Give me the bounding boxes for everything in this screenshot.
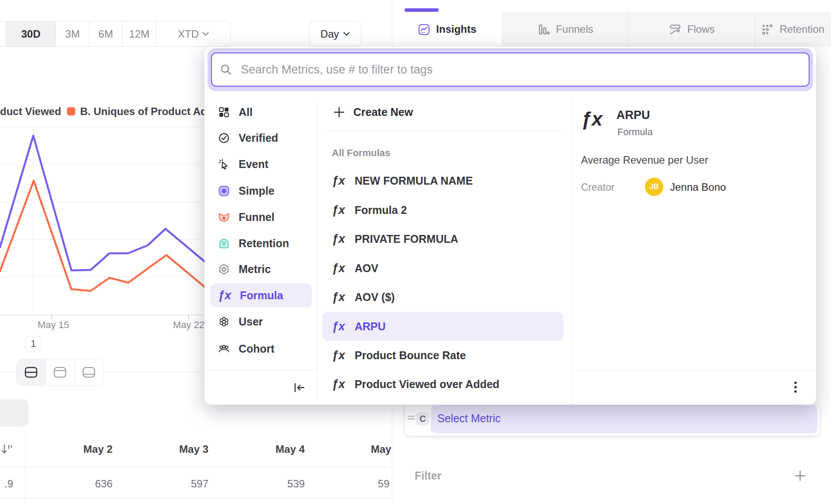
line-chart[interactable] bbox=[0, 105, 206, 332]
formula-list-item[interactable]: ƒxProduct Viewed over Added bbox=[322, 370, 563, 399]
fx-icon: ƒx bbox=[332, 349, 348, 362]
search-icon bbox=[220, 63, 232, 76]
sidebar-divider bbox=[317, 98, 318, 405]
layout-footer-bottom-button[interactable] bbox=[74, 359, 103, 385]
tab-funnels-label: Funnels bbox=[556, 23, 593, 35]
layout-header-top-button[interactable] bbox=[45, 359, 74, 385]
time-range-cut-segment[interactable] bbox=[0, 21, 6, 46]
category-simple[interactable]: Simple bbox=[210, 179, 312, 203]
collapse-sidebar-icon[interactable] bbox=[293, 382, 306, 393]
tab-retention-label: Retention bbox=[779, 23, 824, 35]
formula-label: PRIVATE FORMULA bbox=[355, 233, 458, 245]
list-divider bbox=[325, 131, 562, 131]
creator-name: Jenna Bono bbox=[670, 181, 726, 193]
time-range-3m[interactable]: 3M bbox=[56, 21, 89, 46]
layout-toggle-group bbox=[16, 359, 104, 386]
time-range-6m[interactable]: 6M bbox=[89, 21, 122, 46]
x-tick-may22: May 22 bbox=[167, 319, 211, 331]
category-metric[interactable]: Metric bbox=[210, 257, 312, 281]
tab-retention[interactable]: Retention bbox=[755, 12, 831, 47]
kebab-menu-icon[interactable] bbox=[793, 380, 798, 395]
category-label: Funnel bbox=[239, 211, 275, 224]
category-label: Formula bbox=[240, 289, 283, 302]
tab-flows[interactable]: Flows bbox=[628, 12, 754, 47]
metric-select-placeholder[interactable]: Select Metric bbox=[437, 412, 500, 425]
fx-icon: ƒx bbox=[332, 174, 348, 188]
formula-list-item-selected[interactable]: ƒxARPU bbox=[322, 312, 563, 341]
category-retention[interactable]: Retention bbox=[210, 231, 312, 255]
formula-list-item[interactable]: ƒxProduct Bounce Rate bbox=[322, 341, 563, 370]
simple-icon bbox=[218, 185, 230, 197]
fx-icon: ƒx bbox=[332, 203, 348, 217]
verified-badge-icon bbox=[218, 132, 230, 144]
category-label: Event bbox=[239, 158, 268, 171]
section-heading: All Formulas bbox=[332, 147, 390, 159]
event-cursor-icon bbox=[218, 158, 230, 170]
table-cell: 597 bbox=[165, 478, 208, 490]
granularity-button[interactable]: Day bbox=[309, 21, 361, 47]
sidebar-footer-divider bbox=[204, 370, 317, 370]
category-label: All bbox=[239, 106, 253, 119]
metric-icon bbox=[218, 263, 230, 275]
fx-icon: ƒx bbox=[332, 262, 348, 275]
create-new-label: Create New bbox=[353, 106, 413, 119]
category-all[interactable]: All bbox=[210, 100, 312, 124]
avatar: JB bbox=[645, 178, 663, 196]
time-range-xtd[interactable]: XTD bbox=[156, 21, 230, 46]
table-header[interactable]: May 4 bbox=[261, 443, 305, 455]
table-header[interactable]: May bbox=[371, 443, 391, 455]
creator-label: Creator bbox=[581, 182, 615, 193]
header-top-icon bbox=[53, 367, 67, 378]
detail-title: ARPU bbox=[616, 108, 650, 122]
category-user[interactable]: User bbox=[210, 310, 312, 333]
layout-split-horizontal-button[interactable] bbox=[17, 359, 45, 385]
page-number-badge[interactable]: 1 bbox=[25, 336, 42, 351]
formula-fx-icon: ƒx bbox=[218, 289, 231, 302]
formula-list-item[interactable]: ƒxAOV ($) bbox=[322, 283, 563, 312]
tab-funnels[interactable]: Funnels bbox=[502, 12, 628, 47]
table-header[interactable]: May 2 bbox=[69, 443, 113, 455]
category-funnel[interactable]: Funnel bbox=[210, 205, 312, 229]
tab-flows-label: Flows bbox=[687, 23, 715, 35]
report-tabbar: Insights Funnels Flows bbox=[392, 12, 831, 47]
detail-fx-icon: ƒx bbox=[581, 108, 602, 130]
metric-clause-row[interactable]: C Select Metric bbox=[405, 403, 820, 436]
user-icon bbox=[218, 316, 230, 328]
granularity-label: Day bbox=[320, 28, 339, 40]
clause-letter-badge: C bbox=[416, 412, 430, 425]
formula-list-item[interactable]: ƒxNEW FORMULA NAME bbox=[322, 166, 563, 195]
search-input[interactable]: Search Metrics, use # to filter to tags bbox=[211, 52, 810, 87]
sort-icon[interactable] bbox=[1, 443, 14, 456]
series-a-line bbox=[0, 136, 206, 270]
category-verified[interactable]: Verified bbox=[210, 126, 312, 150]
formula-list-item[interactable]: ƒxPRIVATE FORMULA bbox=[322, 224, 563, 253]
category-event[interactable]: Event bbox=[210, 152, 312, 176]
flows-icon bbox=[669, 24, 681, 35]
formula-label: Product Bounce Rate bbox=[355, 349, 466, 362]
table-row-label-cell bbox=[0, 399, 28, 427]
table-divider bbox=[0, 467, 392, 467]
table-cell: 539 bbox=[261, 478, 305, 490]
drag-handle-icon[interactable] bbox=[408, 415, 415, 420]
formula-list-item[interactable]: ƒxAOV bbox=[322, 254, 563, 283]
detail-type: Formula bbox=[617, 126, 653, 138]
time-range-12m[interactable]: 12M bbox=[122, 21, 156, 46]
category-formula[interactable]: ƒx Formula bbox=[210, 284, 312, 307]
category-cohort[interactable]: Cohort bbox=[210, 337, 312, 360]
plus-icon bbox=[333, 106, 345, 118]
add-filter-icon[interactable] bbox=[794, 470, 806, 482]
table-header[interactable]: May 3 bbox=[165, 443, 208, 455]
search-placeholder: Search Metrics, use # to filter to tags bbox=[241, 63, 433, 77]
tab-insights[interactable]: Insights bbox=[392, 12, 502, 47]
x-tick-may15: May 15 bbox=[32, 319, 75, 331]
time-range-30d[interactable]: 30D bbox=[6, 21, 56, 46]
formula-list-item[interactable]: ƒxFormula 2 bbox=[322, 196, 563, 224]
create-new-button[interactable]: Create New bbox=[333, 106, 413, 119]
time-range-control: 30D 3M 6M 12M XTD bbox=[0, 21, 231, 47]
category-label: Cohort bbox=[239, 343, 275, 355]
fx-icon: ƒx bbox=[332, 320, 348, 333]
time-range-xtd-label: XTD bbox=[178, 28, 199, 40]
category-label: Verified bbox=[239, 132, 278, 144]
fx-icon: ƒx bbox=[332, 232, 348, 246]
detail-description: Average Revenue per User bbox=[581, 154, 708, 166]
